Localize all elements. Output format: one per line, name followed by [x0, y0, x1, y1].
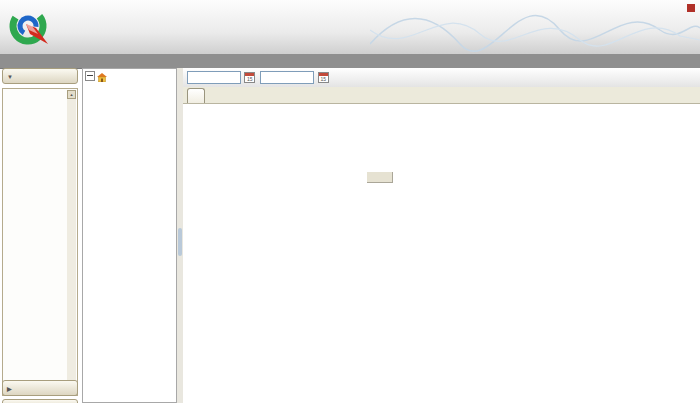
spreadsheet: [367, 172, 700, 403]
corner-red-square: [687, 4, 695, 12]
accordion-header-quality-query[interactable]: ▶: [2, 380, 78, 396]
calendar-icon[interactable]: [318, 72, 329, 83]
nav-bar: [0, 54, 700, 69]
tab-monthly-report[interactable]: [187, 88, 205, 103]
chevron-right-icon: ▶: [7, 386, 12, 392]
collapse-icon[interactable]: [85, 71, 95, 81]
scroll-up-icon[interactable]: ▲: [67, 90, 76, 99]
accordion-header-clipped[interactable]: [2, 399, 78, 403]
app-header: [0, 0, 700, 55]
app-subtitle: [86, 30, 106, 39]
wave-decoration-graphic: [370, 0, 700, 54]
left-accordion-sidebar: ▼ ▲ ▼ ▶: [0, 68, 80, 403]
main-panel: [183, 68, 700, 403]
chevron-down-icon: ▼: [7, 74, 13, 80]
column-letter-header: [393, 172, 700, 183]
date-from-input[interactable]: [187, 71, 241, 84]
sheet-corner-cell[interactable]: [367, 172, 393, 183]
sidebar-menu-list: ▲ ▼: [2, 88, 78, 396]
report-info-row: [393, 216, 700, 231]
date-to-input[interactable]: [260, 71, 314, 84]
sheet-body: [393, 183, 700, 403]
calendar-icon[interactable]: [244, 72, 255, 83]
app-window: ▼ ▲ ▼ ▶: [0, 0, 700, 403]
report-title: [393, 185, 700, 209]
splitter-handle-icon[interactable]: [178, 228, 182, 256]
contract-tree-panel: [82, 68, 177, 403]
sidebar-scrollbar[interactable]: ▲ ▼: [67, 90, 76, 394]
app-logo-icon: [6, 4, 52, 50]
tree-root-node[interactable]: [85, 71, 109, 83]
home-icon: [97, 73, 107, 86]
accordion-header-test-query[interactable]: ▼: [2, 68, 78, 84]
query-toolbar: [183, 68, 700, 88]
tab-strip: [183, 87, 700, 104]
